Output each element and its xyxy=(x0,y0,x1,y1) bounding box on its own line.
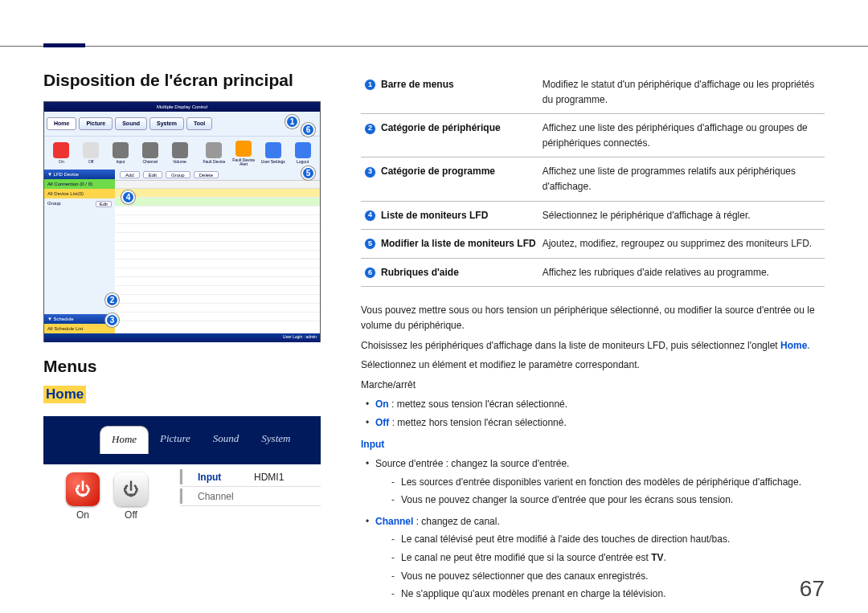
list-item: Le canal ne peut être modifié que si la … xyxy=(387,550,825,566)
callout-5: 5 xyxy=(301,166,315,180)
callout-4: 4 xyxy=(121,190,135,204)
toolbar-input[interactable]: Input xyxy=(108,139,133,167)
legend-desc-5: Ajoutez, modifiez, regroupez ou supprime… xyxy=(539,230,825,259)
toolbar-volume[interactable]: Volume xyxy=(167,139,192,167)
legend-num-1: 1 xyxy=(364,79,376,91)
tab-tool[interactable]: Tool xyxy=(186,117,212,130)
list-item: Ne s'applique qu'aux modèles prenant en … xyxy=(387,586,825,602)
sidebar-group-row: Group Edit xyxy=(44,198,115,210)
toolbar-logout[interactable]: Logout xyxy=(290,139,315,167)
body-p4: Marche/arrêt xyxy=(361,378,825,393)
heading-menus: Menus xyxy=(43,357,321,376)
legend-num-2: 2 xyxy=(364,123,376,135)
table-row[interactable] xyxy=(115,198,320,206)
legend-num-4: 4 xyxy=(364,210,376,222)
sidebar-schedule-header[interactable]: ▼ Schedule xyxy=(44,314,115,324)
sidebar-all-connection[interactable]: All Connection (0 / 0) xyxy=(44,179,115,189)
list-toolbar: Add Edit Group Delete xyxy=(115,170,320,181)
power-icon: ⏻ xyxy=(123,480,139,499)
page-number: 67 xyxy=(800,576,825,602)
list-edit-button[interactable]: Edit xyxy=(143,171,162,178)
sidebar-edit-button[interactable]: Edit xyxy=(96,201,112,207)
home-tabs: Home Picture Sound System xyxy=(100,426,301,454)
legend-desc-1: Modifiez le statut d'un périphérique d'a… xyxy=(539,71,825,114)
list-item: Vous ne pouvez sélectionner que des cana… xyxy=(387,569,825,584)
tab2-sound[interactable]: Sound xyxy=(202,426,251,454)
callout-3: 3 xyxy=(105,313,119,327)
toolbar-channel[interactable]: Channel xyxy=(137,139,162,167)
input-subheading: Input xyxy=(361,437,825,452)
tab-home[interactable]: Home xyxy=(47,117,76,130)
power-list: On : mettez sous tension l'écran sélecti… xyxy=(361,397,825,430)
legend-desc-6: Affichez les rubriques d'aide relatives … xyxy=(539,258,825,287)
list-item: On : mettez sous tension l'écran sélecti… xyxy=(361,397,825,412)
legend-label-4: Liste de moniteurs LFD xyxy=(381,210,488,221)
legend-desc-4: Sélectionnez le périphérique d'affichage… xyxy=(539,201,825,230)
list-group-button[interactable]: Group xyxy=(166,171,190,178)
input-field-label: Input xyxy=(198,472,254,483)
sidebar-schedule-list[interactable]: All Schedule List xyxy=(44,324,115,333)
legend-label-5: Modifier la liste de moniteurs LFD xyxy=(381,238,536,249)
power-icon: ⏻ xyxy=(75,480,91,499)
body-p2: Choisissez les périphériques d'affichage… xyxy=(361,338,825,353)
sidebar-group-label: Group xyxy=(47,201,61,207)
table-rows xyxy=(115,189,320,321)
main-layout-screenshot: Multiple Display Control Home Picture So… xyxy=(43,101,321,342)
list-delete-button[interactable]: Delete xyxy=(194,171,219,178)
list-item: Channel : changez de canal. Le canal tél… xyxy=(361,514,825,602)
status-footer: User Login : admin xyxy=(44,333,320,342)
power-off-button[interactable]: ⏻ xyxy=(114,472,148,506)
list-item: Vous ne pouvez changer la source d'entré… xyxy=(387,492,825,508)
table-row[interactable] xyxy=(115,206,320,215)
toolbar-off[interactable]: Off xyxy=(79,139,104,167)
page-header-rule xyxy=(0,0,868,47)
list-item: Source d'entrée : changez la source d'en… xyxy=(361,456,825,508)
table-row[interactable] xyxy=(115,189,320,198)
body-p1: Vous pouvez mettre sous ou hors tension … xyxy=(361,303,825,333)
input-list: Source d'entrée : changez la source d'en… xyxy=(361,456,825,602)
list-item: Off : mettez hors tension l'écran sélect… xyxy=(361,415,825,431)
tab2-home[interactable]: Home xyxy=(100,426,149,454)
app-menubar: Home Picture Sound System Tool xyxy=(44,112,320,136)
power-off-label: Off xyxy=(125,509,137,521)
input-field-value[interactable]: HDMI1 xyxy=(254,472,321,483)
legend-label-2: Catégorie de périphérique xyxy=(381,122,501,133)
callout-6: 6 xyxy=(301,123,315,137)
home-tab-screenshot: Home Picture Sound System ⏻ On ⏻ Off ▎ I… xyxy=(43,416,321,521)
legend-desc-3: Affichez une liste de programmes relatif… xyxy=(539,157,825,201)
legend-label-1: Barre de menus xyxy=(381,79,454,90)
toolbar-fault-alert[interactable]: Fault Device Alert xyxy=(231,139,256,167)
tab2-picture[interactable]: Picture xyxy=(149,426,202,454)
power-on-label: On xyxy=(76,509,89,521)
legend-label-6: Rubriques d'aide xyxy=(381,267,459,278)
sidebar-all-device-list[interactable]: All Device List(0) xyxy=(44,189,115,198)
tab-system[interactable]: System xyxy=(149,117,184,130)
tab-picture[interactable]: Picture xyxy=(79,117,113,130)
callout-1: 1 xyxy=(285,115,299,129)
legend-desc-2: Affichez une liste des périphériques d'a… xyxy=(539,114,825,157)
legend-table: 1Barre de menusModifiez le statut d'un p… xyxy=(361,71,825,287)
legend-num-6: 6 xyxy=(364,267,376,279)
header-accent xyxy=(43,43,85,47)
legend-num-3: 3 xyxy=(364,166,376,178)
sidebar-lfd-header[interactable]: ▼ LFD Device xyxy=(44,170,115,179)
tab2-system[interactable]: System xyxy=(250,426,301,454)
list-item: Le canal télévisé peut être modifié à l'… xyxy=(387,532,825,547)
tab-sound[interactable]: Sound xyxy=(115,117,147,130)
home-heading: Home xyxy=(43,386,86,403)
list-add-button[interactable]: Add xyxy=(120,171,140,178)
table-columns xyxy=(115,181,320,189)
toolbar-user-settings[interactable]: User Settings xyxy=(260,139,285,167)
list-item: Les sources d'entrée disponibles varient… xyxy=(387,475,825,490)
app-toolbar: On Off Input Channel Volume Fault Device… xyxy=(44,136,320,170)
app-titlebar: Multiple Display Control xyxy=(44,102,320,112)
toolbar-fault-device[interactable]: Fault Device xyxy=(202,139,227,167)
toolbar-on[interactable]: On xyxy=(49,139,74,167)
power-on-button[interactable]: ⏻ xyxy=(66,472,100,506)
callout-2: 2 xyxy=(105,293,119,307)
main-panel: Add Edit Group Delete xyxy=(115,170,320,333)
legend-label-3: Catégorie de programme xyxy=(381,166,495,177)
channel-field-label: Channel xyxy=(198,491,254,502)
sidebar: ▼ LFD Device All Connection (0 / 0) All … xyxy=(44,170,115,333)
legend-num-5: 5 xyxy=(364,238,376,250)
